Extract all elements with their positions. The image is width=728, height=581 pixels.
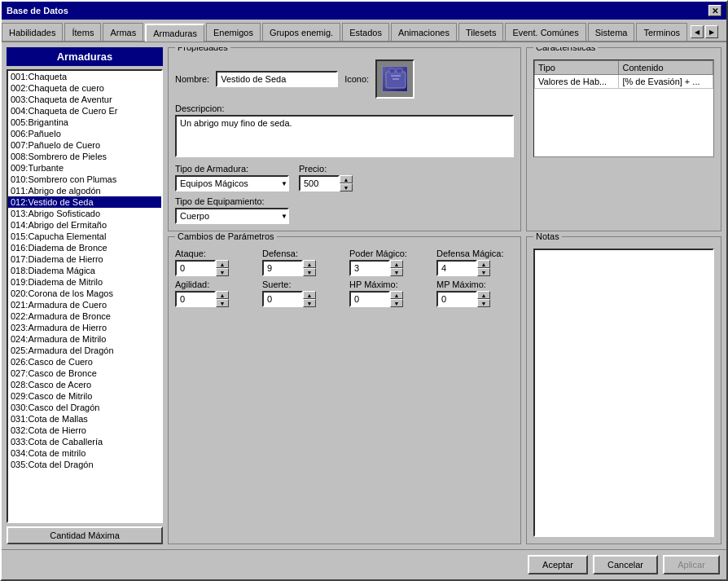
aplicar-button[interactable]: Aplicar bbox=[663, 555, 720, 574]
list-item[interactable]: 011:Abrigo de algodón bbox=[8, 185, 161, 196]
list-item[interactable]: 033:Cota de Caballería bbox=[8, 436, 161, 447]
agilidad-input[interactable] bbox=[175, 291, 216, 307]
notas-label: Notas bbox=[533, 231, 562, 241]
defensa-input[interactable] bbox=[262, 260, 303, 276]
list-item[interactable]: 009:Turbante bbox=[8, 162, 161, 174]
defensa-magica-input[interactable] bbox=[436, 260, 477, 276]
hp-maximo-up[interactable]: ▲ bbox=[390, 291, 403, 299]
poder-magico-down[interactable]: ▼ bbox=[390, 268, 403, 276]
tab-grupos[interactable]: Grupos enemig. bbox=[262, 23, 340, 41]
tipo-armadura-select[interactable]: Equipos Mágicos Escudo Casco Cuerpo Orna… bbox=[175, 175, 289, 191]
precio-up[interactable]: ▲ bbox=[340, 175, 353, 183]
descripcion-input[interactable] bbox=[175, 115, 514, 157]
list-item[interactable]: 002:Chaqueta de cuero bbox=[8, 82, 161, 94]
defensa-up[interactable]: ▲ bbox=[303, 260, 316, 268]
list-item[interactable]: 031:Cota de Mallas bbox=[8, 413, 161, 425]
tab-tilesets[interactable]: Tilesets bbox=[458, 23, 504, 41]
list-item[interactable]: 021:Armadura de Cuero bbox=[8, 299, 161, 310]
list-item[interactable]: 024:Armadura de Mitrilo bbox=[8, 333, 161, 345]
list-item[interactable]: 006:Pañuelo bbox=[8, 128, 161, 139]
list-item[interactable]: 013:Abrigo Sofisticado bbox=[8, 208, 161, 219]
icon-box[interactable] bbox=[375, 59, 414, 99]
list-item[interactable]: 001:Chaqueta bbox=[8, 71, 161, 82]
hp-maximo-down[interactable]: ▼ bbox=[390, 299, 403, 307]
notas-input[interactable] bbox=[533, 249, 714, 537]
mp-maximo-down[interactable]: ▼ bbox=[477, 299, 490, 307]
list-item[interactable]: 027:Casco de Bronce bbox=[8, 368, 161, 379]
ataque-spinner: ▲▼ bbox=[175, 260, 252, 276]
list-item[interactable]: 020:Corona de los Magos bbox=[8, 288, 161, 299]
poder-magico-up[interactable]: ▲ bbox=[390, 260, 403, 268]
list-item[interactable]: 023:Armadura de Hierro bbox=[8, 322, 161, 333]
tab-nav-right[interactable]: ▶ bbox=[705, 25, 718, 38]
tab-estados[interactable]: Estados bbox=[342, 23, 389, 41]
caracteristicas-label: Características bbox=[533, 47, 598, 52]
list-item[interactable]: 004:Chaqueta de Cuero Er bbox=[8, 105, 161, 117]
mp-maximo-spinner: ▲▼ bbox=[436, 291, 514, 307]
defensa-down[interactable]: ▼ bbox=[303, 268, 316, 276]
tab-nav-left[interactable]: ◀ bbox=[691, 25, 704, 38]
list-item[interactable]: 034:Cota de mitrilo bbox=[8, 447, 161, 459]
list-item[interactable]: 026:Casco de Cuero bbox=[8, 356, 161, 368]
list-item[interactable]: 005:Brigantina bbox=[8, 117, 161, 128]
list-item[interactable]: 007:Pañuelo de Cuero bbox=[8, 139, 161, 151]
mp-maximo-input[interactable] bbox=[436, 291, 477, 307]
tipo-equipamiento-select[interactable]: Cuerpo Cabeza Accesorio bbox=[175, 208, 289, 224]
tab-items[interactable]: Ítems bbox=[64, 23, 101, 41]
nombre-label: Nombre: bbox=[175, 74, 209, 84]
list-item[interactable]: 015:Capucha Elemental bbox=[8, 231, 161, 242]
suerte-input[interactable] bbox=[262, 291, 303, 307]
ataque-down[interactable]: ▼ bbox=[216, 268, 229, 276]
tab-sistema[interactable]: Sistema bbox=[588, 23, 635, 41]
hp-maximo-input[interactable] bbox=[349, 291, 390, 307]
list-item[interactable]: 017:Diadema de Hierro bbox=[8, 253, 161, 265]
suerte-up[interactable]: ▲ bbox=[303, 291, 316, 299]
max-button[interactable]: Cantidad Máxima bbox=[7, 526, 163, 544]
list-item[interactable]: 012:Vestido de Seda bbox=[8, 196, 161, 208]
agilidad-down[interactable]: ▼ bbox=[216, 299, 229, 307]
list-item[interactable]: 003:Chaqueta de Aventur bbox=[8, 94, 161, 105]
precio-input[interactable] bbox=[299, 175, 340, 191]
list-item[interactable]: 028:Casco de Acero bbox=[8, 379, 161, 390]
list-item[interactable]: 022:Armadura de Bronce bbox=[8, 310, 161, 322]
mp-maximo-item: MP Máximo: ▲▼ bbox=[436, 279, 514, 307]
list-item[interactable]: 010:Sombrero con Plumas bbox=[8, 174, 161, 185]
mp-maximo-up[interactable]: ▲ bbox=[477, 291, 490, 299]
tab-terminos[interactable]: Terminos bbox=[636, 23, 687, 41]
nombre-input[interactable] bbox=[216, 71, 338, 87]
close-button[interactable]: ✕ bbox=[708, 5, 721, 16]
tipo-armadura-label: Tipo de Armadura: bbox=[175, 164, 289, 174]
tab-armaduras[interactable]: Armaduras bbox=[145, 24, 204, 42]
tab-animaciones[interactable]: Animaciones bbox=[391, 23, 457, 41]
ataque-input[interactable] bbox=[175, 260, 216, 276]
list-item[interactable]: 029:Casco de Mitrilo bbox=[8, 390, 161, 402]
tab-enemigos[interactable]: Enemigos bbox=[206, 23, 261, 41]
precio-down[interactable]: ▼ bbox=[340, 183, 353, 191]
poder-magico-input[interactable] bbox=[349, 260, 390, 276]
tab-habilidades[interactable]: Habilidades bbox=[2, 23, 63, 41]
list-item[interactable]: 032:Cota de Hierro bbox=[8, 425, 161, 436]
list-item[interactable]: 019:Diadema de Mitrilo bbox=[8, 276, 161, 288]
ataque-up[interactable]: ▲ bbox=[216, 260, 229, 268]
properties-label: Propiedades bbox=[175, 47, 230, 52]
defensa-magica-item: Defensa Mágica: ▲▼ bbox=[436, 249, 514, 276]
tipo-equipamiento-label: Tipo de Equipamiento: bbox=[175, 196, 514, 206]
list-item[interactable]: 008:Sombrero de Pieles bbox=[8, 151, 161, 162]
agilidad-up[interactable]: ▲ bbox=[216, 291, 229, 299]
tab-event-comunes[interactable]: Event. Comúnes bbox=[505, 23, 585, 41]
list-item[interactable]: 014:Abrigo del Ermitaño bbox=[8, 219, 161, 231]
list-item[interactable]: 030:Casco del Dragón bbox=[8, 402, 161, 413]
list-item[interactable]: 025:Armadura del Dragón bbox=[8, 345, 161, 356]
armadura-list[interactable]: 001:Chaqueta002:Chaqueta de cuero003:Cha… bbox=[7, 69, 163, 523]
defensa-magica-down[interactable]: ▼ bbox=[477, 268, 490, 276]
suerte-down[interactable]: ▼ bbox=[303, 299, 316, 307]
cancelar-button[interactable]: Cancelar bbox=[593, 555, 658, 574]
aceptar-button[interactable]: Aceptar bbox=[528, 555, 588, 574]
defensa-magica-up[interactable]: ▲ bbox=[477, 260, 490, 268]
list-item[interactable]: 016:Diadema de Bronce bbox=[8, 242, 161, 253]
suerte-item: Suerte: ▲▼ bbox=[262, 279, 340, 307]
list-item[interactable]: 035:Cota del Dragón bbox=[8, 459, 161, 470]
bottom-bar: Aceptar Cancelar Aplicar bbox=[2, 549, 726, 579]
list-item[interactable]: 018:Diadema Mágica bbox=[8, 265, 161, 276]
tab-armas[interactable]: Armas bbox=[103, 23, 143, 41]
